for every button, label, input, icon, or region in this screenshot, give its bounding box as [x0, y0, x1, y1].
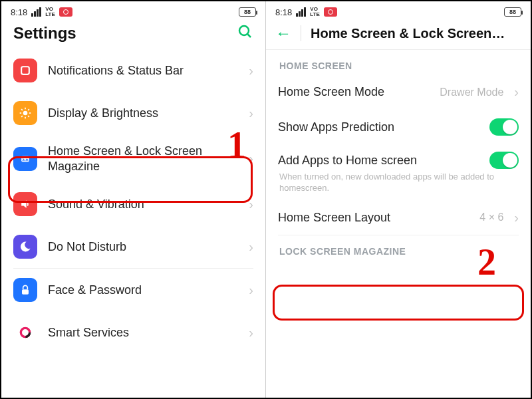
row-label: Display & Brightness	[48, 106, 238, 121]
notifications-icon	[13, 59, 37, 82]
status-bar: 8:18 VOLTE 88	[266, 1, 531, 20]
row-notifications[interactable]: Notifications & Status Bar ›	[1, 49, 265, 92]
row-value: 4 × 6	[479, 211, 503, 223]
svg-line-10	[21, 116, 23, 117]
toggle-add-apps[interactable]	[489, 152, 519, 169]
chevron-right-icon: ›	[249, 239, 253, 255]
row-home-screen-mode[interactable]: Home Screen Mode Drawer Mode ›	[266, 75, 531, 109]
row-show-apps-prediction[interactable]: Show Apps Prediction	[266, 109, 531, 145]
clock: 8:18	[11, 7, 27, 17]
row-label: Home Screen & Lock Screen Magazine	[48, 144, 238, 174]
chevron-right-icon: ›	[249, 151, 253, 166]
page-title: Settings	[13, 24, 76, 43]
row-label: Notifications & Status Bar	[48, 63, 238, 78]
svg-point-13	[23, 157, 24, 158]
svg-rect-2	[21, 66, 29, 74]
row-label: Home Screen Mode	[278, 84, 429, 100]
signal-icon	[31, 7, 41, 17]
lock-icon	[13, 278, 37, 302]
row-label: Show Apps Prediction	[278, 120, 479, 135]
volte-icon: VOLTE	[45, 7, 55, 17]
row-value: Drawer Mode	[440, 86, 503, 98]
chevron-right-icon: ›	[249, 325, 253, 340]
clock: 8:18	[275, 7, 292, 17]
smart-icon	[13, 321, 37, 344]
row-label: Sound & Vibration	[48, 197, 238, 212]
svg-line-8	[21, 109, 23, 110]
sound-icon	[13, 192, 37, 216]
chevron-right-icon: ›	[249, 283, 253, 298]
row-label: Face & Password	[48, 283, 238, 298]
svg-point-0	[239, 26, 249, 35]
toggle-prediction[interactable]	[489, 118, 519, 136]
row-face-password[interactable]: Face & Password ›	[1, 269, 265, 311]
row-display[interactable]: Display & Brightness ›	[1, 92, 265, 134]
chevron-right-icon: ›	[249, 63, 253, 78]
divider	[301, 25, 301, 41]
section-lock-screen-magazine: LOCK SCREEN MAGAZINE	[266, 235, 531, 261]
chevron-right-icon: ›	[249, 106, 253, 121]
battery-icon: 88	[239, 7, 256, 17]
svg-line-11	[28, 109, 29, 110]
row-label: Smart Services	[48, 325, 238, 340]
svg-point-3	[23, 111, 28, 116]
signal-icon	[296, 7, 306, 17]
row-label: Add Apps to Home screen	[278, 153, 479, 168]
brightness-icon	[13, 101, 37, 125]
svg-line-1	[248, 35, 251, 38]
battery-icon: 88	[504, 7, 521, 17]
screen-record-icon	[324, 7, 337, 17]
svg-line-9	[28, 116, 29, 117]
row-label: Do Not Disturb	[48, 239, 238, 255]
settings-screen: 8:18 VOLTE 88 Settings Notifications & S…	[1, 1, 266, 398]
search-icon[interactable]	[237, 24, 253, 43]
chevron-right-icon: ›	[249, 197, 253, 212]
status-bar: 8:18 VOLTE 88	[1, 1, 265, 20]
page-title: Home Screen & Lock Screen…	[311, 26, 505, 41]
homescreen-icon	[13, 147, 37, 171]
annotation-box-2	[273, 285, 524, 321]
chevron-right-icon: ›	[514, 84, 519, 100]
row-label: Home Screen Layout	[278, 210, 469, 225]
row-add-apps-home[interactable]: Add Apps to Home screen	[266, 145, 531, 172]
row-home-lock-screen[interactable]: Home Screen & Lock Screen Magazine ›	[1, 134, 265, 183]
subpage-header: ← Home Screen & Lock Screen…	[266, 20, 531, 50]
chevron-right-icon: ›	[514, 210, 519, 225]
homescreen-settings-screen: 8:18 VOLTE 88 ← Home Screen & Lock Scree…	[266, 1, 531, 398]
row-home-screen-layout[interactable]: Home Screen Layout 4 × 6 ›	[266, 201, 531, 235]
row-smart-services[interactable]: Smart Services ›	[1, 311, 265, 354]
settings-header: Settings	[1, 20, 265, 49]
section-home-screen: HOME SCREEN	[266, 50, 531, 75]
back-button[interactable]: ←	[275, 24, 291, 43]
screen-record-icon	[59, 7, 72, 17]
add-apps-subtext: When turned on, new downloaded apps will…	[266, 172, 531, 201]
moon-icon	[13, 235, 37, 259]
row-sound[interactable]: Sound & Vibration ›	[1, 183, 265, 225]
volte-icon: VOLTE	[310, 7, 320, 17]
svg-rect-12	[21, 156, 29, 161]
svg-rect-14	[22, 289, 29, 295]
row-dnd[interactable]: Do Not Disturb ›	[1, 225, 265, 268]
